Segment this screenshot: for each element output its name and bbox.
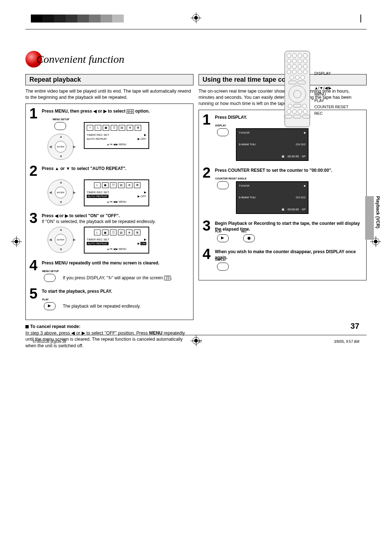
step-number: 3 bbox=[203, 219, 215, 232]
step5-note: The playback will be repeated endlessly. bbox=[63, 304, 141, 309]
remote-label-arrows: ▲/▼/◀/▶ bbox=[314, 85, 348, 92]
remote-label-rec: REC bbox=[314, 110, 348, 117]
rstep4-text: When you wish to make the counter disapp… bbox=[215, 249, 356, 260]
step2-text: Press ▲ or ▼ to select "AUTO REPEAT". bbox=[42, 166, 126, 171]
remote-label-display: DISPLAY bbox=[314, 70, 348, 77]
step4-text: Press MENU repeatedly until the menu scr… bbox=[42, 260, 159, 266]
step-number: 1 bbox=[29, 107, 42, 120]
menu-button-icon: MENU SETUP bbox=[54, 122, 66, 130]
play-button-icon: PLAY▶ bbox=[217, 234, 229, 242]
rec-button-icon: REC bbox=[243, 234, 255, 242]
footer-timestamp: 3/8/05, 9:57 AM bbox=[334, 340, 359, 344]
counter-steps-box: 1 Press DISPLAY. DISPLAY TV/VCR■ 8:40AM … bbox=[199, 110, 367, 281]
remote-control-illustration: DISPLAY ▲/▼/◀/▶ MENU PLAY COUNTER RESET … bbox=[285, 51, 348, 127]
step-number: 4 bbox=[29, 259, 42, 272]
crop-mark-bottom bbox=[191, 335, 201, 346]
page-number: 37 bbox=[351, 321, 359, 331]
rstep3-text: Begin Playback or Recording to start the… bbox=[215, 221, 360, 232]
footer-doc: 5T80101B [E]p34-38 bbox=[33, 340, 66, 344]
osd-menu-1: ✧L▣☷▤⊗⊠ TIMER REC SET▶ AUTO REPEAT▶ OFF … bbox=[84, 122, 149, 149]
step1-text-pre: Press MENU, then press ◀ or ▶ to select bbox=[42, 109, 127, 114]
step3-note: If "ON" is selected, the playback will b… bbox=[42, 219, 156, 224]
dpad-icon: ENTER ▲ ▼ ◀ ▶ bbox=[44, 227, 77, 252]
page-title: Convenient function bbox=[36, 53, 124, 65]
remote-label-counter-reset: COUNTER RESET bbox=[314, 104, 348, 110]
repeat-intro: The entire video tape will be played unt… bbox=[25, 88, 193, 101]
step-number: 2 bbox=[29, 164, 42, 177]
dpad-icon: ENTER ▲ ▼ ◀ ▶ bbox=[44, 179, 77, 205]
step4-note: If you press DISPLAY, "↻" will appear on… bbox=[63, 275, 172, 280]
osd-menu-3: L▣☷▤⊗⊠ TIMER REC SET▶ AUTO REPEAT▶ ON ▲/… bbox=[84, 227, 149, 254]
page-border-top bbox=[25, 29, 367, 29]
repeat-steps-box: 1 Press MENU, then press ◀ or ▶ to selec… bbox=[25, 104, 193, 320]
menu-button-icon: MENU SETUP bbox=[44, 274, 56, 282]
crop-mark-left bbox=[11, 236, 22, 247]
print-color-bar-left bbox=[31, 15, 124, 23]
dpad-icon: ENTER ▲ ▼ ◀ ▶ bbox=[44, 134, 77, 159]
remote-label-menu: MENU bbox=[314, 91, 348, 98]
section-heading-repeat: Repeat playback bbox=[25, 74, 193, 85]
display-button-icon: DISPLAY bbox=[217, 263, 229, 271]
step-number: 3 bbox=[29, 211, 42, 224]
tv-display-2: TV/VCR■ 8:40AM THUCH 012 ▣00:00:00SP bbox=[236, 181, 309, 214]
crop-mark-top bbox=[191, 12, 201, 23]
rstep2-text: Press COUNTER RESET to set the counter t… bbox=[215, 168, 332, 173]
osd-menu-2: L▣☷▤⊗⊠ TIMER REC SET▶ AUTO REPEAT▶ OFF ▲… bbox=[84, 179, 149, 206]
print-color-bar-right bbox=[360, 15, 361, 23]
step-number: 2 bbox=[203, 166, 215, 179]
display-button-icon: DISPLAY bbox=[217, 128, 229, 136]
step-number: 4 bbox=[203, 247, 215, 260]
counter-reset-button-icon: COUNTER RESET ANGLE bbox=[217, 181, 229, 189]
tv-display-1: TV/VCR■ 8:40AM THUCH 012 ▣00:30:50SP bbox=[236, 128, 309, 161]
step-number: 5 bbox=[29, 287, 42, 300]
step3-text: Press ◀ or ▶ to select "ON" or "OFF". bbox=[42, 213, 120, 218]
tape-icon: ⊙⊙ bbox=[127, 109, 134, 114]
step5-text: To start the playback, press PLAY. bbox=[42, 289, 112, 294]
step-number: 1 bbox=[203, 113, 215, 126]
side-tab: Playback (VCR) bbox=[365, 196, 380, 240]
rstep1-text: Press DISPLAY. bbox=[215, 115, 247, 120]
play-button-icon: PLAY▶ bbox=[44, 302, 56, 310]
step1-text-post: option. bbox=[134, 109, 150, 114]
cancel-heading: To cancel repeat mode: bbox=[25, 324, 193, 330]
remote-label-play: PLAY bbox=[314, 98, 348, 104]
